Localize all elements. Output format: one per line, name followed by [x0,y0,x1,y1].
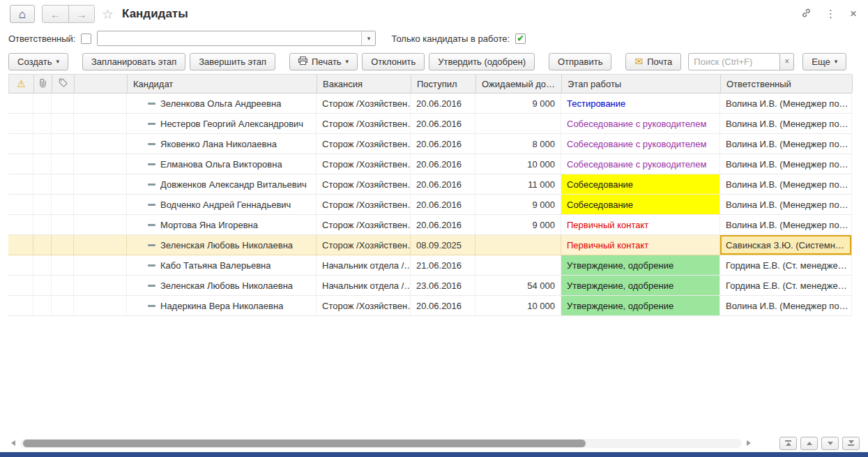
received-date-cell[interactable]: 21.06.2016 [411,255,475,276]
table-row[interactable]: Водченко Андрей Геннадьевич Сторож /Хозя… [8,195,852,215]
scrollbar-thumb[interactable] [23,440,586,447]
vacancy-cell[interactable]: Сторож /Хозяйствен… [317,195,411,215]
stage-cell[interactable]: Собеседование [561,174,720,195]
column-header-expected-income[interactable]: Ожидаемый до… [476,75,562,93]
table-row[interactable]: Надеркина Вера Николаевна Сторож /Хозяйс… [8,296,852,316]
responsible-filter-input[interactable] [98,31,361,45]
column-header-responsible[interactable]: Ответственный [721,75,853,93]
back-button[interactable]: ← [43,6,68,22]
responsible-cell[interactable]: Гордина Е.В. (Ст. менедже… [720,255,852,276]
go-up-button[interactable] [800,437,818,450]
stage-cell[interactable]: Собеседование с руководителем [561,154,720,174]
scroll-right-button[interactable] [744,438,754,448]
expected-income-cell[interactable]: 11 000 [475,174,561,195]
plan-stage-button[interactable]: Запланировать этап [82,53,185,70]
column-header-stage[interactable]: Этап работы [562,75,721,93]
stage-cell[interactable]: Первичный контакт [561,235,720,255]
candidate-cell[interactable]: Елманова Ольга Викторовна [127,154,317,174]
candidate-cell[interactable]: Водченко Андрей Геннадьевич [127,195,317,215]
expected-income-cell[interactable]: 9 000 [475,195,561,215]
expected-income-cell[interactable]: 8 000 [475,134,561,154]
stage-cell[interactable]: Утверждение, одобрение [561,276,720,296]
candidate-cell[interactable]: Зеленская Любовь Николаевна [127,276,317,296]
decline-button[interactable]: Отклонить [362,53,425,70]
responsible-cell[interactable]: Волина И.В. (Менеджер по… [720,174,852,195]
only-in-work-checkbox[interactable]: ✔ [515,33,526,44]
received-date-cell[interactable]: 20.06.2016 [411,296,475,316]
responsible-cell[interactable]: Гордина Е.В. (Ст. менедже… [720,276,852,296]
responsible-cell[interactable]: Волина И.В. (Менеджер по… [720,114,852,134]
search-clear-button[interactable]: × [780,53,794,70]
favorite-star-icon[interactable]: ☆ [102,8,114,21]
approve-button[interactable]: Утвердить (одобрен) [429,53,535,70]
finish-stage-button[interactable]: Завершить этап [190,53,275,70]
responsible-filter-checkbox[interactable]: ✔ [81,33,91,44]
received-date-cell[interactable]: 20.06.2016 [411,114,475,134]
received-date-cell[interactable]: 20.06.2016 [411,215,475,235]
vacancy-cell[interactable]: Начальник отдела /… [317,276,411,296]
candidate-cell[interactable]: Нестеров Георгий Александрович [127,114,317,134]
vacancy-cell[interactable]: Сторож /Хозяйствен… [317,174,411,195]
candidate-cell[interactable]: Надеркина Вера Николаевна [127,296,317,316]
stage-cell[interactable]: Утверждение, одобрение [561,255,720,276]
table-row[interactable]: Елманова Ольга Викторовна Сторож /Хозяйс… [8,154,852,174]
table-row[interactable]: Кабо Татьяна Валерьевна Начальник отдела… [8,255,852,276]
vacancy-cell[interactable]: Сторож /Хозяйствен… [317,235,411,255]
vacancy-cell[interactable]: Начальник отдела /… [317,255,411,276]
candidate-cell[interactable]: Кабо Татьяна Валерьевна [127,255,317,276]
column-header-tag[interactable] [52,75,75,93]
received-date-cell[interactable]: 23.06.2016 [411,276,475,296]
vacancy-cell[interactable]: Сторож /Хозяйствен… [317,93,411,114]
expected-income-cell[interactable]: 9 000 [475,215,561,235]
vacancy-cell[interactable]: Сторож /Хозяйствен… [317,296,411,316]
candidate-cell[interactable]: Зеленская Любовь Николаевна [127,235,317,255]
stage-cell[interactable]: Утверждение, одобрение [561,296,720,316]
column-header-vacancy[interactable]: Вакансия [317,75,411,93]
table-row[interactable]: Зеленская Любовь Николаевна Начальник от… [8,276,852,296]
close-button[interactable]: × [848,6,858,22]
expected-income-cell[interactable] [475,255,561,276]
mail-button[interactable]: ✉ Почта [625,53,681,70]
get-link-button[interactable] [800,6,813,22]
responsible-cell[interactable]: Волина И.В. (Менеджер по… [720,195,852,215]
vacancy-cell[interactable]: Сторож /Хозяйствен… [317,154,411,174]
send-button[interactable]: Отправить [549,53,611,70]
stage-cell[interactable]: Собеседование [561,195,720,215]
table-row[interactable]: Зеленская Любовь Николаевна Сторож /Хозя… [8,235,852,255]
stage-cell[interactable]: Собеседование с руководителем [561,114,720,134]
go-down-button[interactable] [821,437,839,450]
responsible-cell[interactable]: Волина И.В. (Менеджер по… [720,134,852,154]
candidate-cell[interactable]: Зеленкова Ольга Андреевна [127,93,317,114]
stage-cell[interactable]: Собеседование с руководителем [561,134,720,154]
column-header-warning[interactable]: ⚠ [9,75,34,93]
candidate-cell[interactable]: Довженков Александр Витальевич [127,174,317,195]
table-row[interactable]: Мортова Яна Игоревна Сторож /Хозяйствен…… [8,215,852,235]
scroll-left-button[interactable] [8,438,18,448]
home-button[interactable]: ⌂ [10,5,35,23]
search-input[interactable] [688,53,780,70]
responsible-cell[interactable]: Волина И.В. (Менеджер по… [720,215,852,235]
table-row[interactable]: Зеленкова Ольга Андреевна Сторож /Хозяйс… [8,93,852,114]
stage-cell[interactable]: Тестирование [561,93,720,114]
received-date-cell[interactable]: 20.06.2016 [411,134,475,154]
candidate-cell[interactable]: Мортова Яна Игоревна [127,215,317,235]
column-header-received[interactable]: Поступил [411,75,476,93]
received-date-cell[interactable]: 20.06.2016 [411,154,475,174]
responsible-combo-dropdown-button[interactable]: ▾ [361,31,375,45]
forward-button[interactable]: → [68,6,94,22]
responsible-cell[interactable]: Волина И.В. (Менеджер по… [720,154,852,174]
horizontal-scrollbar[interactable] [20,439,742,448]
received-date-cell[interactable]: 08.09.2025 [411,235,475,255]
expected-income-cell[interactable]: 9 000 [475,93,561,114]
table-row[interactable]: Довженков Александр Витальевич Сторож /Х… [8,174,852,195]
expected-income-cell[interactable]: 10 000 [475,296,561,316]
vacancy-cell[interactable]: Сторож /Хозяйствен… [317,215,411,235]
responsible-cell[interactable]: Савинская З.Ю. (Системн… [720,235,852,255]
received-date-cell[interactable]: 20.06.2016 [411,174,475,195]
more-actions-button[interactable]: Еще ▾ [802,53,846,70]
stage-cell[interactable]: Первичный контакт [561,215,720,235]
column-header-attachment[interactable] [34,75,52,93]
vacancy-cell[interactable]: Сторож /Хозяйствен… [317,114,411,134]
candidate-cell[interactable]: Яковенко Лана Николаевна [127,134,317,154]
received-date-cell[interactable]: 20.06.2016 [411,195,475,215]
